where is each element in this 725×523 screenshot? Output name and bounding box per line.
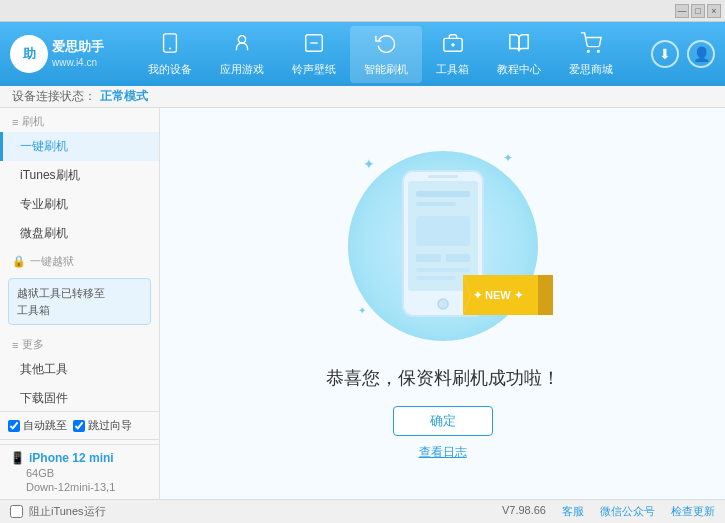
- header: 助 爱思助手 www.i4.cn 我的设备 应用游戏 铃声壁纸: [0, 22, 725, 86]
- sparkle-1: ✦: [363, 156, 375, 172]
- svg-marker-22: [538, 275, 553, 315]
- nav-tutorial-label: 教程中心: [497, 62, 541, 77]
- wechat-public-link[interactable]: 微信公众号: [600, 504, 655, 519]
- auto-jump-checkbox-item[interactable]: 自动跳至: [8, 418, 67, 433]
- customer-service-link[interactable]: 客服: [562, 504, 584, 519]
- nav-ringtones-label: 铃声壁纸: [292, 62, 336, 77]
- phone-icon: 📱: [10, 451, 25, 465]
- sidebar-more-section: ≡ 更多: [0, 331, 159, 355]
- shop-icon: [580, 32, 602, 59]
- nav-apps-games[interactable]: 应用游戏: [206, 26, 278, 83]
- bottom-bar: 阻止iTunes运行 V7.98.66 客服 微信公众号 检查更新: [0, 499, 725, 523]
- nav-smart-flash-label: 智能刷机: [364, 62, 408, 77]
- bottom-right: V7.98.66 客服 微信公众号 检查更新: [502, 504, 715, 519]
- my-device-icon: [159, 32, 181, 59]
- sidebar-item-pro-flash[interactable]: 专业刷机: [0, 190, 159, 219]
- new-badge-svg: ✦ NEW ✦: [463, 265, 553, 325]
- sparkle-3: ✦: [358, 305, 366, 316]
- logo-text: 爱思助手 www.i4.cn: [52, 38, 104, 70]
- minimize-button[interactable]: —: [675, 4, 689, 18]
- sidebar-scroll: ≡ 刷机 一键刷机 iTunes刷机 专业刷机 微盘刷机 🔒 一键越狱 越狱工具…: [0, 108, 160, 411]
- skip-wizard-checkbox-item[interactable]: 跳过向导: [73, 418, 132, 433]
- nav-toolbox[interactable]: 工具箱: [422, 26, 483, 83]
- nav-shop-label: 爱思商城: [569, 62, 613, 77]
- nav-my-device[interactable]: 我的设备: [134, 26, 206, 83]
- status-value: 正常模式: [100, 88, 148, 105]
- header-right: ⬇ 👤: [651, 40, 715, 68]
- bottom-left: 阻止iTunes运行: [10, 504, 106, 519]
- auto-jump-checkbox[interactable]: [8, 420, 20, 432]
- content-area: ✦ ✦ ✦: [160, 108, 725, 499]
- logo-symbol: 助: [23, 45, 36, 63]
- version-label: V7.98.66: [502, 504, 546, 519]
- tutorial-icon: [508, 32, 530, 59]
- nav-toolbox-label: 工具箱: [436, 62, 469, 77]
- sidebar-item-other-tools[interactable]: 其他工具: [0, 355, 159, 384]
- phone-illustration: ✦ ✦ ✦: [343, 146, 543, 346]
- apps-games-icon: [231, 32, 253, 59]
- svg-rect-14: [416, 191, 470, 197]
- nav-apps-label: 应用游戏: [220, 62, 264, 77]
- svg-rect-19: [416, 268, 470, 272]
- nav-tutorial[interactable]: 教程中心: [483, 26, 555, 83]
- maximize-button[interactable]: □: [691, 4, 705, 18]
- svg-rect-13: [428, 175, 458, 178]
- window-controls[interactable]: — □ ×: [675, 4, 721, 18]
- svg-point-9: [597, 50, 599, 52]
- confirm-button[interactable]: 确定: [393, 406, 493, 436]
- sidebar-flash-section: ≡ 刷机: [0, 108, 159, 132]
- sidebar: ≡ 刷机 一键刷机 iTunes刷机 专业刷机 微盘刷机 🔒 一键越狱 越狱工具…: [0, 108, 160, 499]
- check-update-link[interactable]: 检查更新: [671, 504, 715, 519]
- status-label: 设备连接状态：: [12, 88, 96, 105]
- svg-point-2: [238, 35, 245, 42]
- new-badge-container: ✦ NEW ✦: [463, 265, 553, 328]
- sparkle-2: ✦: [503, 151, 513, 165]
- sidebar-item-download-firmware[interactable]: 下载固件: [0, 384, 159, 411]
- smart-flash-icon: [375, 32, 397, 59]
- close-button[interactable]: ×: [707, 4, 721, 18]
- secondary-link[interactable]: 查看日志: [419, 444, 467, 461]
- sidebar-bottom: 自动跳至 跳过向导 📱 iPhone 12 mini 64GB Down-12m…: [0, 411, 160, 499]
- nav-shop[interactable]: 爱思商城: [555, 26, 627, 83]
- checkbox-row: 自动跳至 跳过向导: [0, 412, 159, 440]
- lock-icon: 🔒: [12, 255, 26, 268]
- flash-section-icon: ≡: [12, 116, 18, 128]
- auto-jump-label[interactable]: 自动跳至: [23, 418, 67, 433]
- user-button[interactable]: 👤: [687, 40, 715, 68]
- more-icon: ≡: [12, 339, 18, 351]
- svg-rect-20: [416, 276, 456, 280]
- main-layout: ≡ 刷机 一键刷机 iTunes刷机 专业刷机 微盘刷机 🔒 一键越狱 越狱工具…: [0, 108, 725, 499]
- nav-smart-flash[interactable]: 智能刷机: [350, 26, 422, 83]
- svg-rect-18: [446, 254, 470, 262]
- itunes-block-checkbox[interactable]: [10, 505, 23, 518]
- ringtones-icon: [303, 32, 325, 59]
- device-info-section: 📱 iPhone 12 mini 64GB Down-12mini-13,1: [0, 444, 159, 499]
- sidebar-item-itunes-flash[interactable]: iTunes刷机: [0, 161, 159, 190]
- nav-my-device-label: 我的设备: [148, 62, 192, 77]
- svg-point-8: [587, 50, 589, 52]
- itunes-block-label[interactable]: 阻止iTunes运行: [29, 504, 106, 519]
- device-name: 📱 iPhone 12 mini: [10, 451, 149, 465]
- toolbox-icon: [442, 32, 464, 59]
- svg-rect-17: [416, 254, 441, 262]
- svg-rect-15: [416, 202, 456, 206]
- sidebar-item-one-key-flash[interactable]: 一键刷机: [0, 132, 159, 161]
- svg-rect-16: [416, 216, 470, 246]
- download-button[interactable]: ⬇: [651, 40, 679, 68]
- svg-text:✦ NEW ✦: ✦ NEW ✦: [473, 289, 523, 301]
- skip-wizard-label[interactable]: 跳过向导: [88, 418, 132, 433]
- logo-area: 助 爱思助手 www.i4.cn: [10, 35, 110, 73]
- sidebar-jailbreak-section: 🔒 一键越狱: [0, 248, 159, 272]
- nav-ringtones[interactable]: 铃声壁纸: [278, 26, 350, 83]
- jailbreak-note: 越狱工具已转移至 工具箱: [8, 278, 151, 325]
- success-text: 恭喜您，保资料刷机成功啦！: [326, 366, 560, 390]
- device-storage: 64GB: [10, 467, 149, 479]
- title-bar: — □ ×: [0, 0, 725, 22]
- nav-bar: 我的设备 应用游戏 铃声壁纸 智能刷机 工具箱: [110, 26, 651, 83]
- skip-wizard-checkbox[interactable]: [73, 420, 85, 432]
- device-version: Down-12mini-13,1: [10, 481, 149, 493]
- sidebar-item-micro-flash[interactable]: 微盘刷机: [0, 219, 159, 248]
- status-bar: 设备连接状态： 正常模式: [0, 86, 725, 108]
- logo-icon: 助: [10, 35, 48, 73]
- svg-point-12: [438, 299, 448, 309]
